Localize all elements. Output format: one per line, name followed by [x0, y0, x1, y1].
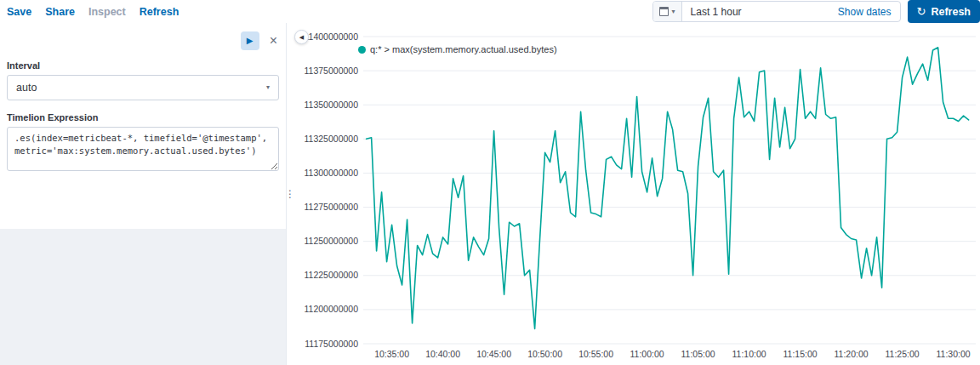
refresh-icon: ↻	[917, 5, 926, 18]
interval-select-value: auto	[16, 82, 37, 94]
collapse-panel-button[interactable]: ◀	[294, 30, 309, 44]
main-content: ▶ × Interval auto ▾ Timelion Expression …	[0, 23, 980, 365]
svg-text:11:00:00: 11:00:00	[630, 349, 664, 359]
toolbar: Save Share Inspect Refresh	[7, 6, 179, 18]
time-controls: ▾ Last 1 hour Show dates ↻ Refresh	[652, 0, 980, 23]
svg-text:11250000000: 11250000000	[305, 236, 359, 246]
play-icon: ▶	[247, 37, 254, 45]
share-button[interactable]: Share	[45, 6, 75, 18]
timelion-options-panel: ▶ × Interval auto ▾ Timelion Expression …	[0, 23, 287, 365]
time-quick-select-button[interactable]: ▾	[653, 2, 682, 21]
svg-text:11:05:00: 11:05:00	[681, 349, 715, 359]
svg-text:10:55:00: 10:55:00	[578, 349, 613, 359]
legend-series-label: q:* > max(system.memory.actual.used.byte…	[370, 44, 557, 54]
timeseries-chart-canvas[interactable]: 1140000000011375000000113500000001132500…	[293, 23, 980, 365]
svg-text:11300000000: 11300000000	[305, 168, 359, 178]
refresh-button[interactable]: ↻ Refresh	[908, 0, 980, 23]
chart-area: ◀ q:* > max(system.memory.actual.used.by…	[293, 23, 980, 365]
svg-text:10:50:00: 10:50:00	[527, 349, 562, 359]
svg-text:11325000000: 11325000000	[305, 134, 359, 144]
interval-label: Interval	[7, 60, 279, 71]
svg-text:10:45:00: 10:45:00	[476, 349, 511, 359]
date-picker: ▾ Last 1 hour Show dates	[652, 1, 901, 22]
svg-text:11:20:00: 11:20:00	[835, 349, 869, 359]
svg-text:11175000000: 11175000000	[305, 339, 358, 349]
time-range-value[interactable]: Last 1 hour	[682, 6, 829, 18]
expression-label: Timelion Expression	[7, 112, 279, 123]
chart-legend[interactable]: q:* > max(system.memory.actual.used.byte…	[358, 44, 557, 54]
close-icon: ×	[270, 33, 277, 48]
panel-actions: ▶ ×	[7, 31, 277, 50]
svg-text:11:15:00: 11:15:00	[783, 349, 818, 359]
svg-text:10:35:00: 10:35:00	[374, 349, 409, 359]
interval-select[interactable]: auto ▾	[7, 75, 279, 100]
svg-text:11275000000: 11275000000	[305, 202, 359, 212]
svg-text:11375000000: 11375000000	[305, 66, 359, 76]
inspect-button: Inspect	[88, 6, 126, 18]
calendar-icon	[659, 7, 669, 16]
collapse-left-icon: ◀	[299, 34, 304, 41]
chevron-down-icon: ▾	[266, 84, 270, 91]
chevron-down-icon: ▾	[672, 9, 675, 15]
svg-text:11:30:00: 11:30:00	[937, 349, 971, 359]
svg-text:10:40:00: 10:40:00	[425, 349, 460, 359]
svg-text:11225000000: 11225000000	[305, 270, 359, 280]
refresh-link[interactable]: Refresh	[140, 6, 179, 18]
svg-text:11200000000: 11200000000	[305, 304, 359, 314]
timelion-visualize-app: Save Share Inspect Refresh ▾ Last 1 hour…	[0, 0, 980, 365]
svg-text:11:25:00: 11:25:00	[886, 349, 920, 359]
close-panel-button[interactable]: ×	[270, 34, 277, 48]
show-dates-button[interactable]: Show dates	[829, 6, 900, 18]
legend-series-dot	[358, 46, 366, 54]
svg-text:11350000000: 11350000000	[305, 100, 359, 110]
play-button[interactable]: ▶	[241, 31, 259, 50]
top-bar: Save Share Inspect Refresh ▾ Last 1 hour…	[0, 0, 980, 23]
panel-resize-handle[interactable]: ⋮	[287, 23, 293, 365]
timelion-expression-input[interactable]: .es(index=metricbeat-*, timefield='@time…	[7, 127, 279, 171]
svg-text:11400000000: 11400000000	[305, 31, 359, 42]
save-button[interactable]: Save	[7, 6, 31, 18]
refresh-button-label: Refresh	[931, 6, 971, 18]
svg-text:11:10:00: 11:10:00	[732, 349, 766, 359]
